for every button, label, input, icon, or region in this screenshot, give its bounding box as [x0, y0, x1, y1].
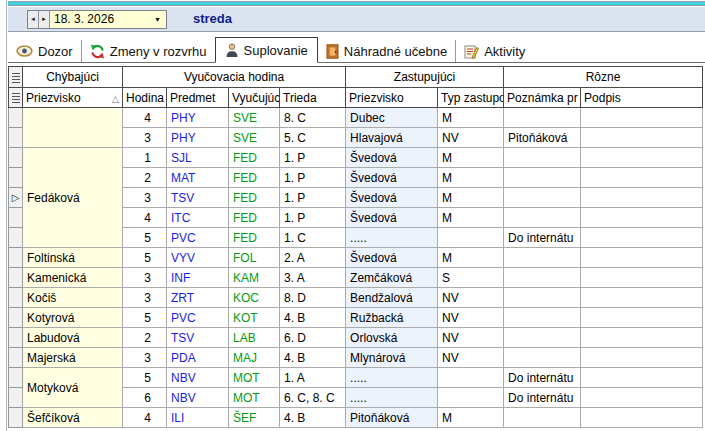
- trieda-cell[interactable]: 8. C: [280, 108, 346, 128]
- row-selector[interactable]: [9, 288, 23, 308]
- zastupujuci-cell[interactable]: Švedová: [346, 188, 438, 208]
- hodina-cell[interactable]: 3: [123, 348, 167, 368]
- column-header-priezvisko-missing[interactable]: Priezvisko △: [23, 88, 123, 108]
- zastupujuci-cell[interactable]: Švedová: [346, 208, 438, 228]
- prev-day-button[interactable]: ◄: [28, 11, 39, 28]
- zastupujuci-cell[interactable]: .....: [346, 388, 438, 408]
- typ-cell[interactable]: [438, 368, 504, 388]
- trieda-cell[interactable]: 5. C: [280, 128, 346, 148]
- hodina-cell[interactable]: 3: [123, 188, 167, 208]
- zastupujuci-cell[interactable]: Švedová: [346, 168, 438, 188]
- trieda-cell[interactable]: 4. B: [280, 348, 346, 368]
- typ-cell[interactable]: NV: [438, 328, 504, 348]
- podpis-cell[interactable]: [581, 108, 703, 128]
- hodina-cell[interactable]: 3: [123, 128, 167, 148]
- typ-cell[interactable]: M: [438, 108, 504, 128]
- typ-cell[interactable]: M: [438, 168, 504, 188]
- predmet-cell[interactable]: INF: [167, 268, 229, 288]
- typ-cell[interactable]: S: [438, 268, 504, 288]
- tab-dozor[interactable]: Dozor: [8, 40, 81, 62]
- row-selector[interactable]: [9, 108, 23, 128]
- typ-cell[interactable]: M: [438, 208, 504, 228]
- zastupujuci-cell[interactable]: Pitoňáková: [346, 408, 438, 428]
- poznamka-cell[interactable]: [504, 348, 581, 368]
- typ-cell[interactable]: NV: [438, 288, 504, 308]
- trieda-cell[interactable]: 4. B: [280, 408, 346, 428]
- row-selector[interactable]: [9, 168, 23, 188]
- trieda-cell[interactable]: 6. C, 8. C: [280, 388, 346, 408]
- missing-teacher-cell[interactable]: [23, 108, 123, 148]
- predmet-cell[interactable]: NBV: [167, 368, 229, 388]
- missing-teacher-cell[interactable]: Motyková: [23, 368, 123, 408]
- missing-teacher-cell[interactable]: Šefčíková: [23, 408, 123, 428]
- poznamka-cell[interactable]: [504, 148, 581, 168]
- trieda-cell[interactable]: 1. C: [280, 228, 346, 248]
- podpis-cell[interactable]: [581, 288, 703, 308]
- predmet-cell[interactable]: TSV: [167, 188, 229, 208]
- zastupujuci-cell[interactable]: Ružbacká: [346, 308, 438, 328]
- predmet-cell[interactable]: ITC: [167, 208, 229, 228]
- trieda-cell[interactable]: 1. P: [280, 188, 346, 208]
- vyucujuci-cell[interactable]: MAJ: [229, 348, 280, 368]
- typ-cell[interactable]: NV: [438, 348, 504, 368]
- podpis-cell[interactable]: [581, 248, 703, 268]
- trieda-cell[interactable]: 4. B: [280, 308, 346, 328]
- typ-cell[interactable]: NV: [438, 308, 504, 328]
- row-selector[interactable]: [9, 148, 23, 168]
- hodina-cell[interactable]: 5: [123, 308, 167, 328]
- vyucujuci-cell[interactable]: MOT: [229, 368, 280, 388]
- poznamka-cell[interactable]: Do internátu: [504, 228, 581, 248]
- date-value[interactable]: 18. 3. 2026: [50, 11, 149, 28]
- podpis-cell[interactable]: [581, 168, 703, 188]
- row-menu-header[interactable]: [9, 88, 23, 108]
- row-selector[interactable]: [9, 408, 23, 428]
- row-selector[interactable]: [9, 388, 23, 408]
- vyucujuci-cell[interactable]: LAB: [229, 328, 280, 348]
- hodina-cell[interactable]: 3: [123, 288, 167, 308]
- vyucujuci-cell[interactable]: SVE: [229, 108, 280, 128]
- poznamka-cell[interactable]: [504, 248, 581, 268]
- row-selector[interactable]: [9, 308, 23, 328]
- vyucujuci-cell[interactable]: FED: [229, 188, 280, 208]
- row-selector[interactable]: [9, 248, 23, 268]
- typ-cell[interactable]: M: [438, 248, 504, 268]
- zastupujuci-cell[interactable]: Švedová: [346, 148, 438, 168]
- missing-teacher-cell[interactable]: Foltinská: [23, 248, 123, 268]
- hodina-cell[interactable]: 5: [123, 228, 167, 248]
- zastupujuci-cell[interactable]: Mlynárová: [346, 348, 438, 368]
- vyucujuci-cell[interactable]: ŠEF: [229, 408, 280, 428]
- typ-cell[interactable]: M: [438, 148, 504, 168]
- column-header-hodina[interactable]: Hodina: [123, 88, 167, 108]
- podpis-cell[interactable]: [581, 348, 703, 368]
- podpis-cell[interactable]: [581, 128, 703, 148]
- trieda-cell[interactable]: 1. P: [280, 148, 346, 168]
- zastupujuci-cell[interactable]: .....: [346, 228, 438, 248]
- predmet-cell[interactable]: MAT: [167, 168, 229, 188]
- predmet-cell[interactable]: TSV: [167, 328, 229, 348]
- vyucujuci-cell[interactable]: KOT: [229, 308, 280, 328]
- poznamka-cell[interactable]: Pitoňáková: [504, 128, 581, 148]
- vyucujuci-cell[interactable]: FOL: [229, 248, 280, 268]
- column-header-typ-zastupovania[interactable]: Typ zastupov: [438, 88, 504, 108]
- podpis-cell[interactable]: [581, 408, 703, 428]
- column-header-trieda[interactable]: Trieda: [280, 88, 346, 108]
- column-header-predmet[interactable]: Predmet: [167, 88, 229, 108]
- hodina-cell[interactable]: 4: [123, 108, 167, 128]
- tab-zmeny-v-rozvrhu[interactable]: Zmeny v rozvrhu: [81, 40, 215, 62]
- row-selector[interactable]: [9, 328, 23, 348]
- hodina-cell[interactable]: 5: [123, 248, 167, 268]
- podpis-cell[interactable]: [581, 308, 703, 328]
- zastupujuci-cell[interactable]: Orlovská: [346, 328, 438, 348]
- trieda-cell[interactable]: 2. A: [280, 248, 346, 268]
- hodina-cell[interactable]: 6: [123, 388, 167, 408]
- trieda-cell[interactable]: 8. D: [280, 288, 346, 308]
- row-selector[interactable]: ▷: [9, 188, 23, 208]
- predmet-cell[interactable]: PVC: [167, 308, 229, 328]
- hodina-cell[interactable]: 4: [123, 208, 167, 228]
- hodina-cell[interactable]: 3: [123, 268, 167, 288]
- zastupujuci-cell[interactable]: .....: [346, 368, 438, 388]
- missing-teacher-cell[interactable]: Labudová: [23, 328, 123, 348]
- poznamka-cell[interactable]: [504, 168, 581, 188]
- missing-teacher-cell[interactable]: Kotyrová: [23, 308, 123, 328]
- podpis-cell[interactable]: [581, 388, 703, 408]
